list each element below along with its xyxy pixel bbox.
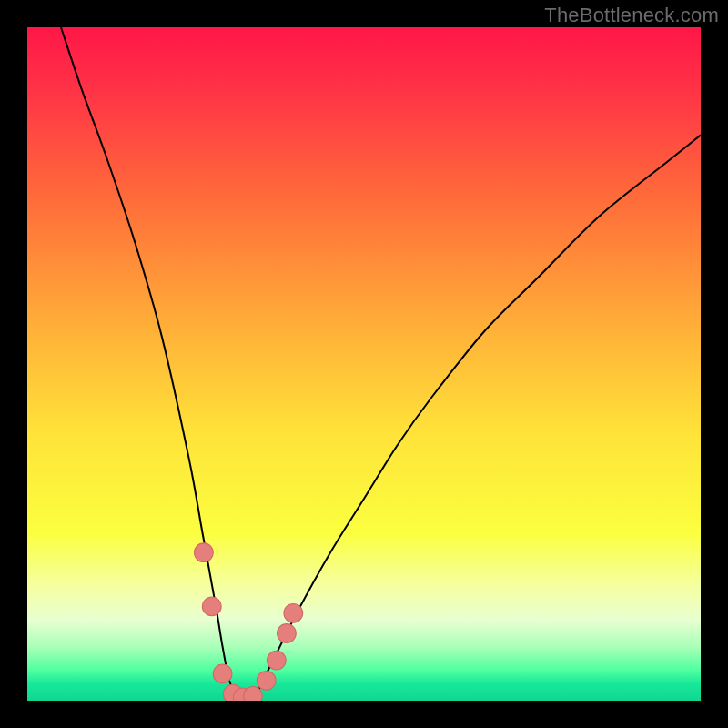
chart-frame: TheBottleneck.com: [0, 0, 728, 728]
curve-markers: [195, 543, 303, 701]
data-point: [195, 543, 214, 562]
data-point: [278, 624, 297, 643]
data-point: [257, 671, 276, 690]
data-point: [202, 597, 221, 616]
bottleneck-curve: [61, 27, 701, 698]
data-point: [213, 664, 232, 683]
curve-layer: [27, 27, 701, 701]
data-point: [267, 651, 286, 670]
plot-area: [27, 27, 701, 701]
data-point: [244, 686, 263, 701]
watermark-text: TheBottleneck.com: [544, 4, 719, 27]
data-point: [284, 603, 303, 622]
